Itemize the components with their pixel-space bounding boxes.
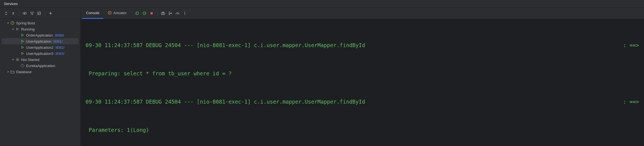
panel-title-text: Services — [4, 2, 18, 6]
tree-node-springboot[interactable]: Spring Boot — [0, 20, 80, 26]
tree-label: Spring Boot — [16, 21, 35, 25]
run-icon — [20, 46, 25, 49]
chevron-down-icon[interactable] — [6, 22, 10, 24]
profiler-icon[interactable] — [174, 10, 181, 17]
svg-point-12 — [184, 12, 185, 12]
svg-rect-11 — [162, 12, 164, 12]
rerun-icon[interactable] — [134, 10, 141, 17]
tree-node-database[interactable]: Database — [0, 69, 80, 75]
services-tree[interactable]: Spring Boot Running OrderApplication :80… — [0, 19, 80, 146]
exit-icon[interactable] — [167, 10, 174, 17]
app-port[interactable]: :8082/ — [54, 45, 64, 50]
tree-label: OrderApplication — [26, 33, 53, 37]
filter-icon[interactable] — [29, 10, 35, 17]
tree-node-app-selected[interactable]: UserApplication :8081/ — [2, 38, 79, 44]
log-line: Preparing: select * from tb_user where i… — [86, 69, 639, 78]
main: Spring Boot Running OrderApplication :80… — [0, 8, 644, 146]
tree-node-running[interactable]: Running — [0, 26, 80, 32]
tree-node-app[interactable]: UserApplication3 :8083/ — [0, 50, 80, 57]
springboot-icon — [10, 21, 15, 25]
services-left-toolbar — [0, 8, 80, 19]
log-line: 09-30 11:24:37:587 DEBUG 24504 --- [nio-… — [86, 40, 639, 50]
chevron-down-icon[interactable] — [11, 58, 15, 61]
tree-label: UserApplication2 — [26, 45, 53, 50]
add-icon[interactable] — [47, 10, 54, 17]
stop-icon[interactable] — [148, 10, 155, 17]
tab-console[interactable]: Console — [82, 8, 103, 19]
gear-icon — [15, 58, 20, 62]
tree-node-app[interactable]: UserApplication2 :8082/ — [0, 44, 80, 50]
app-port[interactable]: :8083/ — [54, 52, 64, 56]
tree-node-app[interactable]: OrderApplication :8080/ — [0, 32, 80, 38]
expand-selector-icon[interactable] — [3, 10, 9, 17]
tree-label: UserApplication — [26, 39, 51, 43]
view-icon[interactable] — [21, 10, 28, 17]
svg-point-1 — [24, 13, 25, 14]
separator — [45, 11, 45, 16]
log-line: Parameters: 1(Long) — [86, 125, 639, 135]
svg-point-10 — [162, 13, 164, 14]
tree-label: Not Started — [21, 58, 39, 62]
app-port[interactable]: :8080/ — [54, 33, 64, 37]
svg-rect-2 — [38, 12, 41, 15]
chevron-down-icon[interactable] — [11, 28, 15, 30]
separator — [157, 11, 157, 16]
collapse-selector-icon[interactable] — [10, 10, 17, 17]
run-icon — [15, 27, 20, 31]
services-left-panel: Spring Boot Running OrderApplication :80… — [0, 8, 81, 146]
run-icon — [20, 52, 25, 55]
actuator-icon — [108, 11, 112, 15]
svg-rect-9 — [161, 12, 165, 15]
tab-actuator[interactable]: Actuator — [104, 8, 131, 19]
run-icon — [20, 40, 25, 43]
springboot-icon — [20, 64, 25, 68]
svg-point-14 — [184, 14, 185, 14]
tab-label: Console — [86, 11, 99, 15]
svg-point-7 — [109, 12, 110, 13]
panel-title: Services — [0, 0, 644, 8]
tree-label: Database — [16, 70, 32, 74]
console-toolbar: Console Actuator — [81, 8, 644, 19]
run-icon — [20, 34, 25, 37]
rerun-debug-icon[interactable] — [141, 10, 148, 17]
tree-node-app[interactable]: EurekaApplication — [0, 63, 80, 69]
svg-point-4 — [17, 59, 18, 60]
app-port[interactable]: :8081/ — [52, 39, 62, 43]
camera-icon[interactable] — [160, 10, 166, 17]
tab-label: Actuator — [113, 11, 127, 15]
console-panel: Console Actuator 09-30 11:24:37:587 DEBU… — [81, 8, 644, 146]
tree-label: UserApplication3 — [26, 52, 53, 56]
log-line: 09-30 11:24:37:587 DEBUG 24504 --- [nio-… — [86, 97, 639, 106]
separator — [19, 11, 19, 16]
chevron-right-icon[interactable] — [6, 70, 10, 73]
console-output[interactable]: 09-30 11:24:37:587 DEBUG 24504 --- [nio-… — [81, 19, 644, 146]
layout-icon[interactable] — [36, 10, 42, 17]
tree-label: EurekaApplication — [26, 64, 55, 68]
svg-rect-8 — [151, 12, 153, 14]
tree-label: Running — [21, 27, 34, 31]
tree-node-notstarted[interactable]: Not Started — [0, 57, 80, 63]
more-icon[interactable] — [181, 10, 188, 17]
svg-point-13 — [184, 13, 185, 13]
folder-icon — [10, 70, 15, 73]
